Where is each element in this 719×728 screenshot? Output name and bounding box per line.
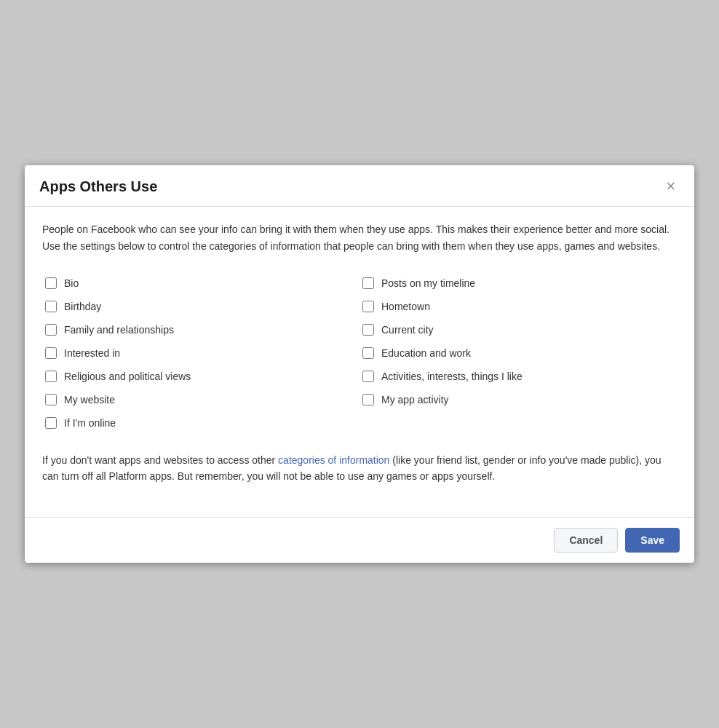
dialog-overlay: Apps Others Use × People on Facebook who… (0, 0, 719, 728)
footer-text-before-link: If you don't want apps and websites to a… (42, 454, 278, 466)
dialog-header: Apps Others Use × (25, 165, 694, 207)
checkbox-item-religious-political[interactable]: Religious and political views (42, 365, 360, 388)
checkbox-hometown[interactable] (362, 301, 374, 312)
dialog-footer: Cancel Save (25, 517, 694, 563)
checkbox-education-work-label[interactable]: Education and work (381, 347, 471, 359)
dialog-title: Apps Others Use (39, 178, 157, 195)
checkbox-bio-label[interactable]: Bio (64, 277, 79, 289)
checkbox-activities-interests-label[interactable]: Activities, interests, things I like (381, 371, 523, 382)
footer-text: If you don't want apps and websites to a… (42, 452, 677, 485)
checkbox-posts-timeline[interactable] (362, 277, 374, 289)
checkbox-posts-timeline-label[interactable]: Posts on my timeline (381, 277, 475, 289)
description-text: People on Facebook who can see your info… (42, 221, 677, 254)
checkbox-family-relationships[interactable] (45, 324, 57, 336)
checkbox-my-website[interactable] (45, 394, 57, 405)
checkbox-item-current-city[interactable]: Current city (360, 318, 677, 341)
checkbox-item-activities-interests[interactable]: Activities, interests, things I like (360, 365, 677, 388)
checkbox-if-online-label[interactable]: If I'm online (64, 417, 116, 429)
checkbox-religious-political-label[interactable]: Religious and political views (64, 371, 191, 382)
checkbox-item-bio[interactable]: Bio (42, 272, 360, 295)
checkbox-family-relationships-label[interactable]: Family and relationships (64, 324, 174, 336)
checkboxes-grid: Bio Posts on my timeline Birthday Hometo… (42, 272, 677, 435)
checkbox-item-my-app-activity[interactable]: My app activity (360, 388, 677, 411)
checkbox-birthday[interactable] (45, 301, 57, 312)
checkbox-item-family-relationships[interactable]: Family and relationships (42, 318, 360, 341)
checkbox-item-if-online[interactable]: If I'm online (42, 411, 360, 435)
checkbox-religious-political[interactable] (45, 371, 57, 382)
checkbox-item-interested-in[interactable]: Interested in (42, 341, 360, 365)
checkbox-item-education-work[interactable]: Education and work (360, 341, 677, 365)
checkbox-birthday-label[interactable]: Birthday (64, 301, 101, 312)
close-button[interactable]: × (662, 177, 680, 196)
checkbox-item-my-website[interactable]: My website (42, 388, 360, 411)
checkbox-education-work[interactable] (362, 347, 374, 359)
dialog-body: People on Facebook who can see your info… (25, 207, 694, 517)
empty-cell (360, 411, 677, 435)
checkbox-item-hometown[interactable]: Hometown (360, 295, 677, 318)
checkbox-hometown-label[interactable]: Hometown (381, 301, 430, 312)
checkbox-if-online[interactable] (45, 417, 57, 429)
checkbox-activities-interests[interactable] (362, 371, 374, 382)
checkbox-item-birthday[interactable]: Birthday (42, 295, 360, 318)
save-button[interactable]: Save (625, 528, 680, 553)
checkbox-interested-in[interactable] (45, 347, 57, 359)
dialog: Apps Others Use × People on Facebook who… (25, 165, 694, 563)
checkbox-my-app-activity-label[interactable]: My app activity (381, 394, 449, 405)
checkbox-my-app-activity[interactable] (362, 394, 374, 405)
checkbox-interested-in-label[interactable]: Interested in (64, 347, 120, 359)
cancel-button[interactable]: Cancel (554, 528, 618, 553)
checkbox-item-posts-timeline[interactable]: Posts on my timeline (360, 272, 677, 295)
checkbox-current-city[interactable] (362, 324, 374, 336)
checkbox-current-city-label[interactable]: Current city (381, 324, 434, 336)
checkbox-bio[interactable] (45, 277, 57, 289)
categories-link[interactable]: categories of information (278, 454, 389, 466)
checkbox-my-website-label[interactable]: My website (64, 394, 115, 405)
